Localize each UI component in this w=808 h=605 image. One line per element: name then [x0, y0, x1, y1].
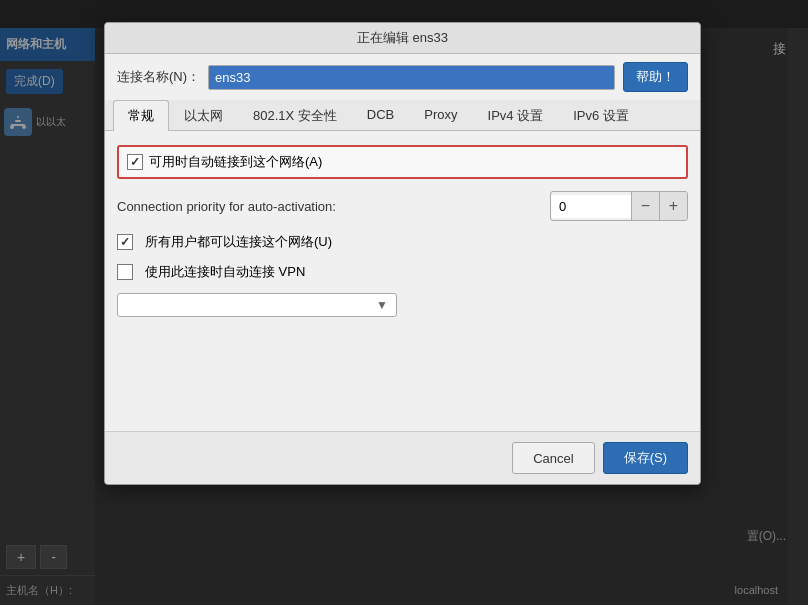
priority-increase-button[interactable]: +	[659, 192, 687, 220]
auto-connect-label: 可用时自动链接到这个网络(A)	[149, 153, 322, 171]
tab-ipv4[interactable]: IPv4 设置	[473, 100, 559, 131]
tabs-bar: 常规 以太网 802.1X 安全性 DCB Proxy IPv4 设置 IPv6…	[105, 100, 700, 131]
all-users-label: 所有用户都可以连接这个网络(U)	[145, 233, 332, 251]
priority-label: Connection priority for auto-activation:	[117, 199, 336, 214]
connection-name-label: 连接名称(N)：	[117, 68, 200, 86]
dialog-footer: Cancel 保存(S)	[105, 431, 700, 484]
tab-content-general: 可用时自动链接到这个网络(A) Connection priority for …	[105, 131, 700, 431]
tab-dcb[interactable]: DCB	[352, 100, 409, 131]
priority-input[interactable]	[551, 195, 631, 218]
auto-connect-checkbox[interactable]	[127, 154, 143, 170]
tab-ipv6[interactable]: IPv6 设置	[558, 100, 644, 131]
auto-connect-checkbox-wrapper[interactable]: 可用时自动链接到这个网络(A)	[127, 153, 322, 171]
vpn-checkbox[interactable]	[117, 264, 133, 280]
priority-row: Connection priority for auto-activation:…	[117, 191, 688, 221]
vpn-label: 使用此连接时自动连接 VPN	[145, 263, 305, 281]
save-button[interactable]: 保存(S)	[603, 442, 688, 474]
tab-general[interactable]: 常规	[113, 100, 169, 131]
tab-ethernet[interactable]: 以太网	[169, 100, 238, 131]
priority-decrease-button[interactable]: −	[631, 192, 659, 220]
auto-connect-row: 可用时自动链接到这个网络(A)	[117, 145, 688, 179]
help-button[interactable]: 帮助！	[623, 62, 688, 92]
dialog-titlebar: 正在编辑 ens33	[105, 23, 700, 54]
vpn-dropdown-arrow-icon: ▼	[376, 298, 388, 312]
vpn-row: 使用此连接时自动连接 VPN	[117, 263, 688, 281]
connection-name-input[interactable]	[208, 65, 615, 90]
vpn-dropdown[interactable]: ▼	[117, 293, 397, 317]
dialog-title: 正在编辑 ens33	[357, 30, 448, 45]
all-users-row: 所有用户都可以连接这个网络(U)	[117, 233, 688, 251]
vpn-checkbox-wrapper[interactable]: 使用此连接时自动连接 VPN	[117, 263, 305, 281]
connection-name-row: 连接名称(N)： 帮助！	[105, 54, 700, 100]
cancel-button[interactable]: Cancel	[512, 442, 594, 474]
edit-connection-dialog: 正在编辑 ens33 连接名称(N)： 帮助！ 常规 以太网 802.1X 安全…	[104, 22, 701, 485]
all-users-checkbox-wrapper[interactable]: 所有用户都可以连接这个网络(U)	[117, 233, 332, 251]
tab-security[interactable]: 802.1X 安全性	[238, 100, 352, 131]
tab-proxy[interactable]: Proxy	[409, 100, 472, 131]
all-users-checkbox[interactable]	[117, 234, 133, 250]
priority-input-group: − +	[550, 191, 688, 221]
